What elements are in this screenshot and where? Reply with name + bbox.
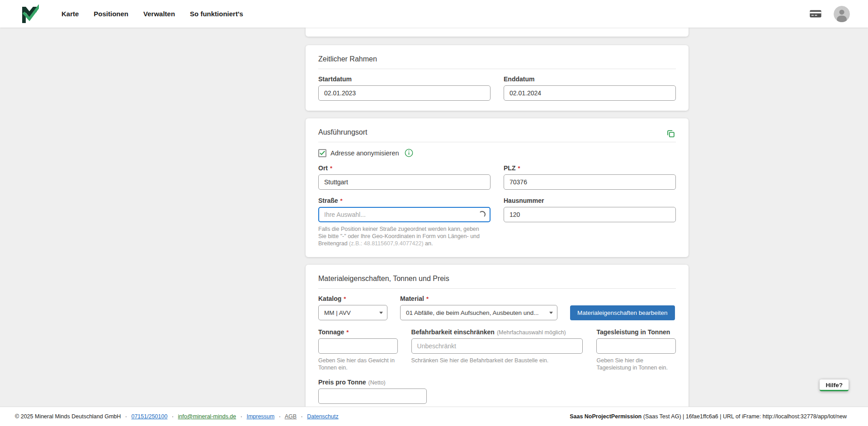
help-button[interactable]: Hilfe?: [820, 379, 849, 391]
tagesleistung-label: Tagesleistung in Tonnen: [596, 328, 670, 336]
info-icon[interactable]: [405, 149, 413, 157]
main-nav: Karte Positionen Verwalten So funktionie…: [61, 10, 243, 18]
tagesleistung-hint: Geben Sie hier die Tagesleistung in Tonn…: [596, 357, 676, 371]
nav-verwalten[interactable]: Verwalten: [143, 10, 175, 18]
card-title-materialeigenschaften: Materialeigenschaften, Tonnen und Preis: [318, 275, 676, 283]
katalog-select[interactable]: MM | AVV: [318, 305, 387, 320]
befahrbarkeit-label: Befahrbarkeit einschränken: [411, 328, 495, 336]
user-avatar[interactable]: [834, 6, 850, 22]
chevron-down-icon: [549, 312, 553, 314]
ort-input[interactable]: [318, 174, 491, 190]
divider: [318, 288, 676, 289]
card-zeitlicher-rahmen: Zeitlicher Rahmen Startdatum Enddatum: [306, 45, 689, 111]
card-title-ausfuehrungsort: Ausführungsort: [318, 128, 368, 136]
preis-input[interactable]: [318, 389, 427, 404]
enddatum-field: Enddatum: [504, 75, 676, 101]
ort-field: Ort *: [318, 164, 491, 190]
separator: ·: [279, 413, 281, 420]
loading-spinner-icon: [479, 211, 486, 218]
copy-icon[interactable]: [666, 129, 676, 139]
tenant-details: (Saas Test AG) | 16fae1ffc6a6 | URL of i…: [642, 413, 847, 420]
footer: © 2025 Mineral Minds Deutschland GmbH · …: [0, 407, 868, 426]
divider: [318, 142, 676, 142]
impressum-link[interactable]: Impressum: [246, 413, 274, 420]
tonnage-field: Tonnage * Geben Sie hier das Gewicht in …: [318, 328, 398, 371]
hausnummer-field: Hausnummer: [504, 197, 676, 247]
plz-field: PLZ *: [504, 164, 676, 190]
divider: [318, 69, 676, 69]
footer-left: © 2025 Mineral Minds Deutschland GmbH · …: [15, 413, 339, 420]
phone-link[interactable]: 07151/250100: [131, 413, 167, 420]
strasse-input[interactable]: [318, 207, 491, 222]
befahrbarkeit-field: Befahrbarkeit einschränken (Mehrfachausw…: [411, 328, 583, 371]
material-label: Material: [400, 295, 424, 302]
katalog-field: Katalog * MM | AVV: [318, 295, 387, 320]
preis-label-note: (Netto): [368, 379, 386, 386]
required-mark: *: [426, 295, 429, 302]
separator: ·: [241, 413, 242, 420]
tonnage-label: Tonnage: [318, 328, 344, 336]
anonymize-label: Adresse anonymisieren: [330, 150, 399, 157]
startdatum-field: Startdatum: [318, 75, 491, 101]
befahrbarkeit-hint: Schränken Sie hier die Befahrbarkeit der…: [411, 357, 583, 364]
agb-link[interactable]: AGB: [285, 413, 297, 420]
separator: ·: [172, 413, 174, 420]
separator: ·: [301, 413, 303, 420]
navbar-right: [809, 6, 850, 22]
enddatum-input[interactable]: [504, 85, 676, 101]
card-materialeigenschaften: Materialeigenschaften, Tonnen und Preis …: [306, 265, 689, 407]
material-field: Material * 01 Abfälle, die beim Aufsuche…: [400, 295, 557, 320]
enddatum-label: Enddatum: [504, 75, 534, 83]
main-content: Zeitlicher Rahmen Startdatum Enddatum Au…: [0, 28, 868, 407]
card-title-zeitlicher-rahmen: Zeitlicher Rahmen: [318, 55, 676, 63]
nav-so-funktionierts[interactable]: So funktioniert's: [190, 10, 243, 18]
plz-label: PLZ: [504, 164, 515, 172]
datenschutz-link[interactable]: Datenschutz: [307, 413, 338, 420]
material-select[interactable]: 01 Abfälle, die beim Aufsuchen, Ausbeute…: [400, 305, 557, 320]
tenant-name: Saas NoProjectPermission: [570, 413, 642, 420]
separator: ·: [125, 413, 127, 420]
hausnummer-input[interactable]: [504, 207, 676, 222]
email-link[interactable]: info@mineral-minds.de: [178, 413, 236, 420]
hausnummer-label: Hausnummer: [504, 197, 544, 204]
plz-input[interactable]: [504, 174, 676, 190]
footer-right: Saas NoProjectPermission (Saas Test AG) …: [570, 413, 847, 420]
startdatum-input[interactable]: [318, 85, 491, 101]
strasse-hint: Falls die Position keiner Straße zugeord…: [318, 225, 491, 247]
strasse-field: Straße * Falls die Position keiner Straß…: [318, 197, 491, 247]
nav-karte[interactable]: Karte: [61, 10, 79, 18]
befahrbarkeit-input[interactable]: [411, 338, 583, 354]
ort-label: Ort: [318, 164, 328, 172]
strasse-label: Straße: [318, 197, 338, 204]
top-navbar: Karte Positionen Verwalten So funktionie…: [0, 0, 868, 28]
tonnage-hint: Geben Sie hier das Gewicht in Tonnen ein…: [318, 357, 398, 371]
startdatum-label: Startdatum: [318, 75, 352, 83]
copyright-text: © 2025 Mineral Minds Deutschland GmbH: [15, 413, 121, 420]
required-mark: *: [518, 165, 520, 172]
anonymize-checkbox[interactable]: [318, 149, 326, 157]
required-mark: *: [330, 165, 332, 172]
chevron-down-icon: [379, 312, 383, 314]
required-mark: *: [344, 295, 346, 302]
mineral-minds-logo-icon[interactable]: [21, 4, 39, 24]
required-mark: *: [340, 197, 343, 204]
tagesleistung-input[interactable]: [596, 338, 676, 354]
befahrbarkeit-label-note: (Mehrfachauswahl möglich): [497, 329, 566, 336]
required-mark: *: [346, 329, 349, 336]
nav-positionen[interactable]: Positionen: [94, 10, 128, 18]
anonymize-row: Adresse anonymisieren: [318, 149, 676, 157]
card-reader-icon[interactable]: [809, 9, 822, 19]
tagesleistung-field: Tagesleistung in Tonnen Geben Sie hier d…: [596, 328, 676, 371]
card-cropped-above: [306, 28, 689, 37]
katalog-label: Katalog: [318, 295, 341, 302]
card-ausfuehrungsort: Ausführungsort Adresse anonymisieren: [306, 118, 689, 257]
preis-label: Preis pro Tonne: [318, 379, 366, 386]
tonnage-input[interactable]: [318, 338, 398, 354]
preis-field: Preis pro Tonne (Netto): [318, 379, 427, 404]
materialeigenschaften-bearbeiten-button[interactable]: Materialeigenschaften bearbeiten: [570, 305, 675, 320]
